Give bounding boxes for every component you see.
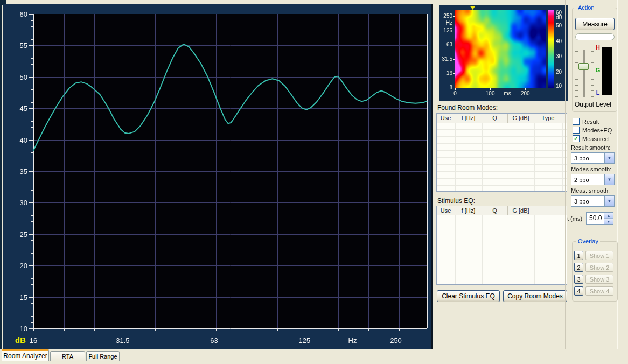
show-1-label: Show 1 [590,253,610,259]
col-g-db[interactable]: G [dB] [508,206,534,215]
show-3-label: Show 3 [590,276,610,283]
copy-room-modes-button[interactable]: Copy Room Modes [503,290,567,302]
output-level-label: Output Level [569,101,617,108]
stimulus-eq-table: Use f [Hz] Q G [dB] [436,206,567,285]
meas-smooth-label: Meas. smooth: [571,187,610,194]
col-g-db[interactable]: G [dB] [508,114,534,123]
spinner-up-icon[interactable]: ▲ [604,213,613,218]
col-filler [534,206,567,215]
spinner-down-icon[interactable]: ▼ [604,218,613,224]
stimulus-eq-header: Use f [Hz] Q G [dB] [437,206,567,216]
result-smooth-label: Result smooth: [571,144,610,151]
found-room-modes-label: Found Room Modes: [437,104,498,111]
col-type[interactable]: Type [534,114,562,123]
chevron-down-icon[interactable]: ▼ [604,196,614,206]
show-4-label: Show 4 [590,288,610,295]
frequency-response-chart [3,4,431,349]
time-window-spinner[interactable]: 50.0 ▲ ▼ [586,212,613,225]
overlay-1-button[interactable]: 1 [574,251,583,260]
col-f-hz[interactable]: f [Hz] [455,206,482,215]
tab-full-range[interactable]: Full Range [86,351,120,361]
overlay-title: Overlay [576,238,600,244]
meter-high-label: H [595,44,601,51]
col-q[interactable]: Q [482,206,508,215]
col-q[interactable]: Q [482,114,508,123]
show-2-button[interactable]: Show 2 [585,263,613,272]
tab-rta-label: RTA [62,353,73,360]
spectrogram-panel [439,5,568,101]
show-2-label: Show 2 [590,264,610,271]
show-3-button[interactable]: Show 3 [585,275,613,284]
overlay-3-num: 3 [577,276,580,283]
meter-mid-label: G [595,67,601,73]
result-smooth-select[interactable]: 3 ppo ▼ [571,152,615,164]
panel-edge-right [431,4,433,349]
modes-smooth-select[interactable]: 2 ppo ▼ [571,174,615,185]
measure-button[interactable]: Measure [575,18,615,30]
slider-ticks-right [591,51,594,97]
time-window-value[interactable]: 50.0 [587,213,604,224]
output-level-meter [602,47,612,95]
checkbox-measured-label: Measured [582,136,609,142]
tab-full-range-label: Full Range [88,353,117,360]
meas-smooth-select[interactable]: 3 ppo ▼ [571,195,615,207]
output-level-slider-track[interactable] [583,50,585,97]
found-room-modes-header: Use f [Hz] Q G [dB] Type [437,114,567,123]
divider-left-highlight [566,0,566,349]
checkbox-modes-eq-label: Modes+EQ [582,127,612,134]
tab-rta[interactable]: RTA [50,351,85,361]
col-use[interactable]: Use [437,114,455,123]
show-4-button[interactable]: Show 4 [585,286,613,296]
checkbox-result-label: Result [582,118,599,125]
found-room-modes-table: Use f [Hz] Q G [dB] Type [436,113,567,192]
checkbox-modes-eq[interactable] [573,127,580,134]
show-1-button[interactable]: Show 1 [585,251,613,260]
clear-stimulus-eq-label: Clear Stimulus EQ [442,292,495,300]
copy-room-modes-label: Copy Room Modes [507,292,563,300]
overlay-4-button[interactable]: 4 [574,286,583,296]
clear-stimulus-eq-button[interactable]: Clear Stimulus EQ [437,290,500,302]
overlay-3-button[interactable]: 3 [574,275,583,284]
tab-room-analyzer-label: Room Analyzer [3,352,47,360]
room-analyzer-window: Room Analyzer RTA Full Range Found Room … [0,0,628,364]
checkbox-measured[interactable]: ✓ [573,135,580,142]
spectrogram-chart[interactable] [439,5,568,101]
measure-button-label: Measure [582,20,608,28]
chevron-down-icon[interactable]: ▼ [604,153,614,163]
overlay-4-num: 4 [577,288,580,295]
overlay-2-button[interactable]: 2 [574,263,583,272]
output-level-slider-thumb[interactable] [578,63,589,70]
window-edge-left [0,0,2,349]
stimulus-eq-label: Stimulus EQ: [437,197,475,205]
action-title: Action [576,4,596,11]
found-room-modes-body[interactable] [437,123,567,191]
slider-ticks-left [575,51,578,97]
checkbox-result[interactable] [573,118,580,125]
overlay-1-num: 1 [577,253,580,259]
modes-smooth-value: 2 ppo [571,177,604,183]
frequency-response-panel [3,4,431,349]
measure-progressbar [575,33,615,40]
overlay-2-num: 2 [577,264,580,271]
result-smooth-value: 3 ppo [571,155,604,162]
col-f-hz[interactable]: f [Hz] [455,114,482,123]
time-window-label: t (ms) [567,215,582,222]
stimulus-eq-body[interactable] [437,215,567,284]
modes-smooth-label: Modes smooth: [571,166,611,172]
col-use[interactable]: Use [437,206,455,215]
tab-room-analyzer[interactable]: Room Analyzer [2,349,49,361]
meter-low-label: L [595,89,601,96]
meas-smooth-value: 3 ppo [571,198,604,205]
chevron-down-icon[interactable]: ▼ [604,174,614,185]
